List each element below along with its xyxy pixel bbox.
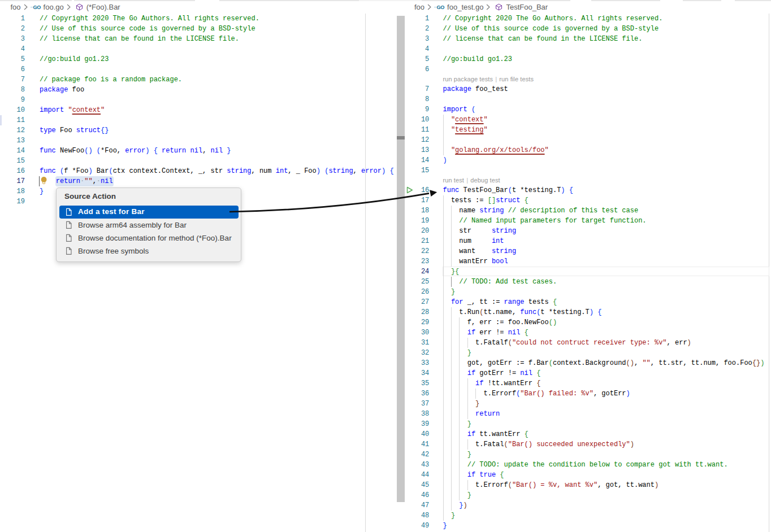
svg-text:GO: GO [33,5,41,10]
svg-text:GO: GO [437,5,445,10]
